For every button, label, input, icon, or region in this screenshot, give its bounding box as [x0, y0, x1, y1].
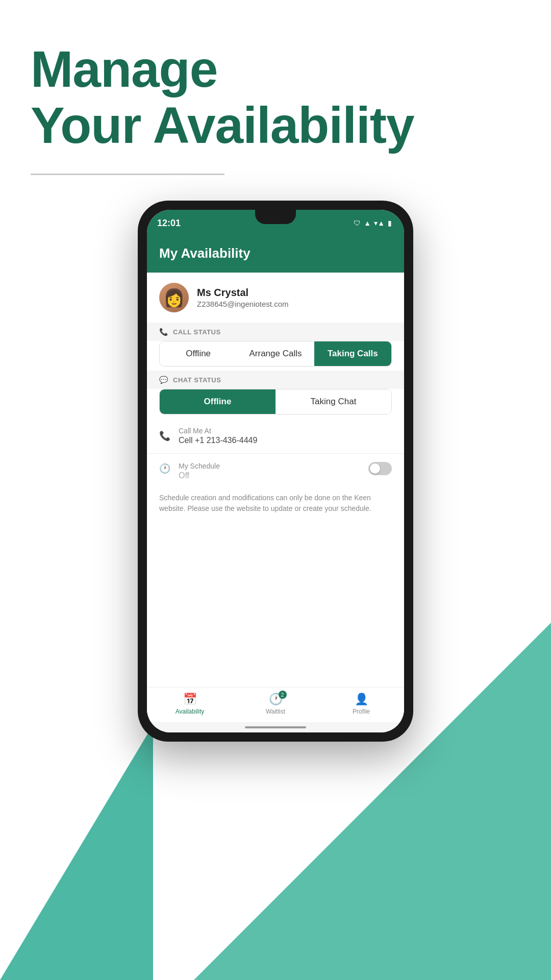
call-status-arrange-btn[interactable]: Arrange Calls	[237, 341, 314, 366]
nav-availability[interactable]: 📅 Availability	[147, 693, 233, 715]
chat-status-label: CHAT STATUS	[173, 376, 221, 384]
chat-status-buttons: Offline Taking Chat	[159, 389, 392, 414]
call-at-content: Call Me At Cell +1 213-436-4449	[179, 427, 257, 445]
bg-decoration-left	[0, 725, 153, 980]
call-status-offline-btn[interactable]: Offline	[160, 341, 237, 366]
phone-icon: 📞	[159, 328, 168, 336]
call-at-label: Call Me At	[179, 427, 257, 435]
call-status-label: CALL STATUS	[173, 328, 221, 336]
nav-availability-label: Availability	[176, 708, 204, 715]
chat-status-offline-btn[interactable]: Offline	[160, 389, 276, 414]
status-icons: 🛡 ▲ ▾▲ ▮	[354, 219, 392, 227]
user-email: Z238645@ingeniotest.com	[197, 300, 289, 308]
page-header: Manage Your Availability	[0, 0, 551, 153]
user-name: Ms Crystal	[197, 287, 289, 299]
phone-screen: 12:01 🛡 ▲ ▾▲ ▮ My Availability	[147, 210, 404, 732]
wifi-icon: ▾▲	[374, 219, 385, 227]
call-status-toggle-group: Offline Arrange Calls Taking Calls	[147, 341, 404, 371]
user-section: Ms Crystal Z238645@ingeniotest.com	[147, 273, 404, 323]
user-info: Ms Crystal Z238645@ingeniotest.com	[197, 287, 289, 308]
availability-icon: 📅	[183, 693, 197, 706]
battery-icon: ▮	[388, 219, 392, 227]
nav-waitlist[interactable]: 🕐 2 Waitlist	[233, 693, 318, 715]
nav-profile[interactable]: 👤 Profile	[318, 693, 404, 715]
nav-waitlist-label: Waitlist	[266, 708, 285, 715]
schedule-switch[interactable]	[368, 462, 392, 475]
home-indicator	[147, 722, 404, 732]
bottom-nav: 📅 Availability 🕐 2 Waitlist 👤 Profile	[147, 687, 404, 722]
avatar	[159, 283, 189, 312]
waitlist-badge-wrapper: 🕐 2	[269, 693, 283, 706]
header-divider	[31, 174, 224, 175]
app-title: My Availability	[159, 246, 392, 261]
my-schedule-row: 🕐 My Schedule Off	[147, 454, 404, 488]
chat-status-label-row: 💬 CHAT STATUS	[147, 371, 404, 389]
network-icon: ▲	[364, 219, 371, 227]
header-line1: Manage	[31, 41, 520, 97]
home-bar	[245, 726, 306, 728]
chat-icon: 💬	[159, 376, 168, 384]
nav-profile-label: Profile	[353, 708, 370, 715]
header-line2: Your Availability	[31, 97, 520, 153]
schedule-content: My Schedule Off	[179, 462, 360, 480]
chat-status-toggle-group: Offline Taking Chat	[147, 389, 404, 419]
call-at-value: Cell +1 213-436-4449	[179, 436, 257, 445]
chat-status-taking-btn[interactable]: Taking Chat	[276, 389, 391, 414]
schedule-value: Off	[179, 471, 360, 480]
schedule-label: My Schedule	[179, 462, 360, 470]
call-status-taking-btn[interactable]: Taking Calls	[314, 341, 391, 366]
shield-icon: 🛡	[354, 219, 361, 227]
phone-notch	[255, 210, 296, 224]
phone-mockup: 12:01 🛡 ▲ ▾▲ ▮ My Availability	[138, 201, 413, 742]
schedule-icon: 🕐	[159, 463, 170, 474]
waitlist-badge: 2	[279, 691, 287, 699]
schedule-note: Schedule creation and modifications can …	[147, 488, 404, 522]
app-header: My Availability	[147, 236, 404, 273]
call-me-at-row: 📞 Call Me At Cell +1 213-436-4449	[147, 419, 404, 454]
status-time: 12:01	[157, 218, 181, 229]
schedule-toggle[interactable]	[368, 462, 392, 477]
screen-spacer	[147, 522, 404, 687]
call-status-label-row: 📞 CALL STATUS	[147, 323, 404, 341]
call-status-buttons: Offline Arrange Calls Taking Calls	[159, 341, 392, 366]
call-at-icon: 📞	[159, 430, 170, 442]
profile-icon: 👤	[355, 693, 368, 706]
